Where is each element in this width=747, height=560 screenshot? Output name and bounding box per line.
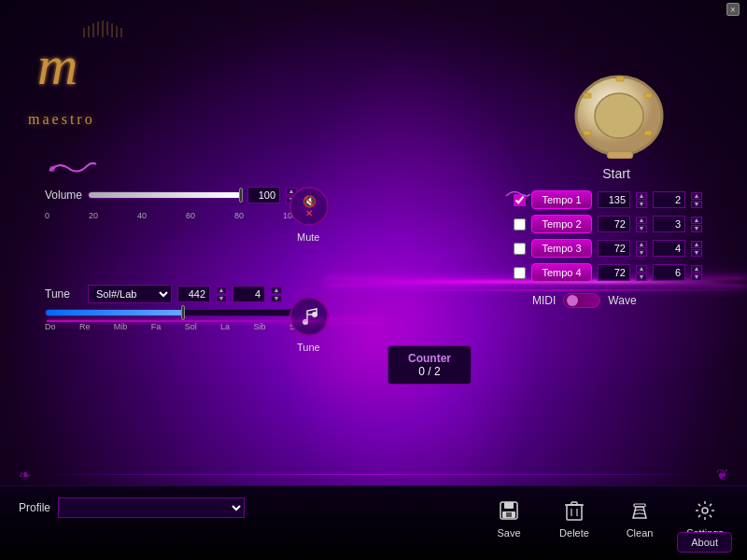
tempo-3-button[interactable]: Tempo 3 [531,239,592,258]
delete-button[interactable]: Delete [551,497,598,539]
tune-label: Tune [45,287,82,301]
mute-x: ✕ [305,208,313,218]
tempo-3-beats: 4 [653,240,685,257]
profile-label: Profile [19,501,50,514]
tempo-3-beat-spinner[interactable]: ▲ ▼ [691,241,702,257]
tune-octave-down[interactable]: ▼ [271,295,282,302]
deco-line [40,474,707,475]
svg-rect-18 [584,131,591,135]
note-mib: Mib [114,322,128,331]
tempo-4-beats: 6 [653,264,685,281]
tambourine-area[interactable]: Start [514,75,719,181]
tune-note-select[interactable]: Sol#/Lab [88,285,172,303]
tempo-2-beats: 3 [653,216,685,232]
tune-freq-spinner[interactable]: ▲ ▼ [216,287,227,302]
svg-text:m: m [37,35,78,96]
clean-label: Clean [627,527,654,539]
volume-label: Volume [45,189,82,202]
tempo-1-beats: 2 [653,191,685,208]
tempo-row-4: Tempo 4 72 ▲ ▼ 6 ▲ ▼ [514,263,719,282]
note-sol: Sol [185,322,197,331]
close-button[interactable]: × [726,3,740,16]
svg-point-10 [49,166,55,172]
tune-freq: 442 [177,286,210,302]
mark-0: 0 [45,211,49,220]
tempo-1-beat-spinner[interactable]: ▲ ▼ [691,192,702,208]
tempo-4-spinner[interactable]: ▲ ▼ [636,265,647,281]
save-icon [496,497,522,524]
tempo-4-value: 72 [598,264,630,281]
counter-title: Counter [394,352,465,365]
mark-40: 40 [137,211,147,220]
tune-slider[interactable] [45,309,297,316]
note-fa: Fa [151,322,162,331]
mute-button[interactable]: 🔇 ✕ [289,187,329,226]
midi-wave-toggle[interactable] [563,293,600,308]
profile-dropdown[interactable] [58,497,245,518]
tune-row: Tune Sol#/Lab 442 ▲ ▼ 4 ▲ ▼ [45,285,297,303]
logo-area: m maestro [28,19,177,140]
tempo-4-button[interactable]: Tempo 4 [531,263,592,282]
svg-rect-17 [584,93,591,98]
tempo-1-spinner[interactable]: ▲ ▼ [636,192,647,208]
save-button[interactable]: Save [486,497,532,539]
tempo-2-checkbox[interactable] [514,218,526,231]
tune-octave: 4 [233,286,265,302]
svg-point-14 [595,93,643,138]
svg-point-31 [702,508,708,513]
tambourine-image[interactable] [565,75,668,159]
tempo-4-checkbox[interactable] [514,267,526,279]
note-labels: Do Re Mib Fa Sol La Sib Si [45,320,297,333]
logo-subtitle: maestro [28,111,177,128]
note-la: La [220,322,230,331]
note-sib: Sib [254,322,266,331]
svg-rect-16 [644,131,652,135]
mark-20: 20 [89,211,98,220]
volume-marks: 0 20 40 60 80 100 [45,209,297,222]
tune-freq-up[interactable]: ▲ [216,287,227,294]
tempo-2-button[interactable]: Tempo 2 [531,215,592,233]
tune-freq-down[interactable]: ▼ [216,295,227,302]
note-re: Re [79,322,91,331]
volume-section: Volume 100 ▲ ▼ 0 20 40 60 80 100 [45,187,297,222]
mute-label: Mute [297,231,319,243]
tempo-2-spinner[interactable]: ▲ ▼ [636,217,647,232]
note-do: Do [45,322,56,331]
tempo-3-checkbox[interactable] [514,243,526,255]
tempo-1-value: 135 [598,191,630,208]
bottom-decoration: ❧ ❦ [0,465,747,483]
profile-section: Profile [19,494,486,518]
svg-rect-19 [616,77,624,81]
tune-button[interactable] [289,297,329,336]
right-deco-swirl: ❦ [716,466,728,483]
svg-point-12 [312,312,317,317]
clean-button[interactable]: Clean [616,497,663,539]
bottom-toolbar: Profile Save [0,485,747,560]
wave-label: Wave [608,294,636,307]
svg-rect-25 [567,505,582,520]
tempo-3-spinner[interactable]: ▲ ▼ [636,241,647,257]
tempo-1-button[interactable]: Tempo 1 [531,190,592,209]
clean-icon [627,497,653,524]
tempo-2-beat-spinner[interactable]: ▲ ▼ [691,217,702,232]
delete-icon [561,497,587,524]
right-swirl [504,187,532,201]
tune-octave-spinner[interactable]: ▲ ▼ [271,287,282,302]
tempo-3-value: 72 [598,240,630,257]
volume-slider[interactable] [88,191,242,199]
music-note-icon [300,305,318,328]
right-panel: Start Tempo 1 135 ▲ ▼ 2 ▲ ▼ [514,75,719,308]
midi-wave-row: MIDI Wave [514,293,719,308]
save-label: Save [497,527,520,539]
mark-60: 60 [186,211,195,220]
tune-octave-up[interactable]: ▲ [271,287,282,294]
tempo-4-beat-spinner[interactable]: ▲ ▼ [691,265,702,281]
left-deco-swirl: ❧ [19,466,31,483]
tempo-section: Tempo 1 135 ▲ ▼ 2 ▲ ▼ Tempo 2 72 ▲ ▼ [514,190,719,308]
settings-icon [692,497,718,524]
toggle-knob [567,295,578,306]
svg-rect-15 [644,93,652,98]
svg-rect-20 [607,151,633,159]
guitar-line [47,320,383,322]
about-button[interactable]: About [677,532,732,553]
